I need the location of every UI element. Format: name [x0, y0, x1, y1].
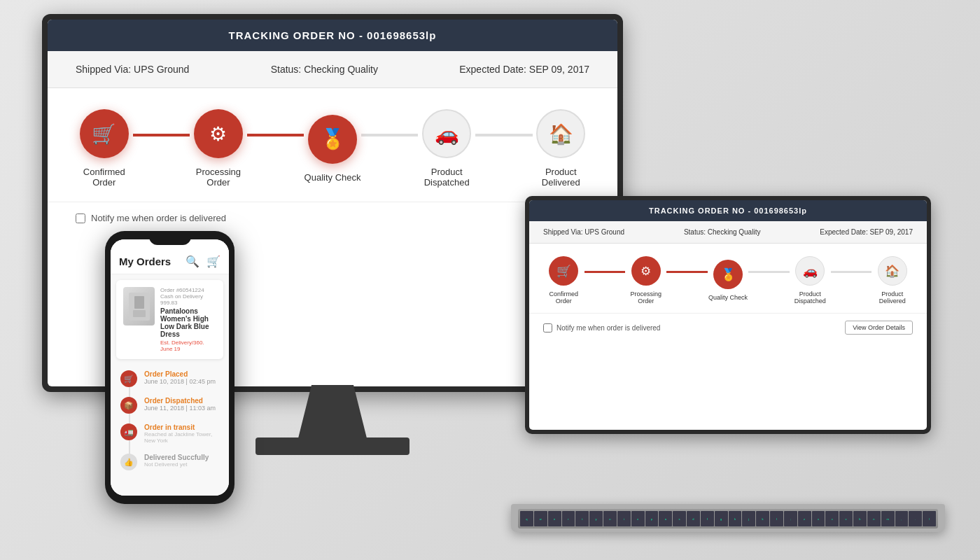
notify-checkbox[interactable]: [76, 214, 85, 223]
key: ,: [895, 511, 909, 526]
key: a: [659, 511, 672, 526]
key: i: [617, 511, 631, 526]
step-delivered: 🏠 Product Delivered: [533, 109, 590, 188]
connector-3: [361, 134, 419, 136]
step-delivered-circle: 🏠: [536, 109, 585, 158]
delivery-date: Est. Delivery/360. June 19: [160, 340, 216, 352]
connector-1: [133, 134, 190, 136]
key: b: [853, 511, 867, 526]
step-dispatched-label: Product Dispatched: [418, 167, 475, 188]
laptop-step-processing: ⚙ Processing Order: [625, 256, 666, 304]
connector-2: [247, 134, 304, 136]
laptop-step-quality-label: Quality Check: [708, 294, 748, 301]
laptop-step-quality: 🏅 Quality Check: [708, 260, 749, 301]
search-icon[interactable]: 🔍: [186, 255, 200, 268]
phone-notch: [149, 231, 191, 245]
key: p: [645, 511, 659, 526]
laptop-connector-2: [666, 271, 708, 273]
my-orders-app: My Orders 🔍 🛒: [111, 239, 229, 496]
key: j: [742, 511, 755, 526]
laptop-status: Status: Checking Quality: [684, 228, 761, 236]
key: x: [812, 511, 825, 526]
laptop-expected-date: Expected Date: SEP 09, 2017: [820, 228, 913, 236]
key: u: [603, 511, 617, 526]
laptop-step-dispatched: 🚗 Product Dispatched: [790, 256, 831, 304]
scene: TRACKING ORDER NO - 001698653lp Shipped …: [0, 0, 980, 560]
laptop-screen: TRACKING ORDER NO - 001698653lp Shipped …: [529, 200, 927, 430]
timeline-desc-3: Reached at Jackline Tower, New York: [144, 431, 219, 444]
laptop-step-delivered: 🏠 Product Delivered: [872, 256, 913, 304]
timeline-content-3: Order in transit Reached at Jackline Tow…: [144, 424, 219, 444]
timeline: 🛒 Order Placed June 10, 2018 | 02:45 pm …: [111, 365, 229, 486]
laptop-step-quality-circle: 🏅: [713, 260, 743, 289]
key: t: [575, 511, 589, 526]
laptop-bezel: TRACKING ORDER NO - 001698653lp Shipped …: [525, 196, 931, 434]
monitor-base: [255, 438, 410, 455]
key: l: [770, 511, 783, 526]
key: .: [909, 511, 922, 526]
step-delivered-label: Product Delivered: [533, 167, 590, 188]
timeline-desc-4: Not Delivered yet: [144, 461, 219, 468]
view-order-details-button[interactable]: View Order Details: [845, 321, 913, 335]
step-processing: ⚙ Processing Order: [190, 109, 247, 188]
timeline-title-1: Order Placed: [144, 370, 219, 378]
laptop-keyboard: q w e r t y u i o p a s d f g h j: [518, 509, 938, 528]
key: s: [673, 511, 686, 526]
timeline-content-4: Delivered Succfully Not Delivered yet: [144, 454, 219, 470]
timeline-dot-4: 👍: [120, 454, 137, 470]
key: w: [534, 511, 547, 526]
timeline-item-dispatched: 📦 Order Dispatched June 11, 2018 | 11:03…: [120, 397, 219, 414]
cart-icon[interactable]: 🛒: [206, 255, 220, 268]
laptop-step-confirmed: 🛒 Confirmed Order: [543, 256, 584, 304]
step-processing-circle: ⚙: [194, 109, 243, 158]
key: g: [715, 511, 728, 526]
laptop-step-confirmed-label: Confirmed Order: [543, 290, 584, 304]
monitor-stand: [298, 385, 368, 441]
laptop-notify-checkbox[interactable]: [543, 323, 552, 332]
timeline-dot-3: 🚛: [120, 424, 137, 440]
desktop-shipped-via: Shipped Via: UPS Ground: [76, 64, 189, 75]
laptop-steps: 🛒 Confirmed Order ⚙ Processing Order 🏅 Q…: [529, 244, 927, 313]
key: d: [687, 511, 700, 526]
laptop-tracking-ui: TRACKING ORDER NO - 001698653lp Shipped …: [529, 200, 927, 430]
mobile-phone: My Orders 🔍 🛒: [105, 231, 234, 504]
notify-label[interactable]: Notify me when order is delivered: [76, 213, 226, 223]
laptop-connector-1: [584, 271, 626, 273]
key: z: [798, 511, 811, 526]
timeline-item-delivered: 👍 Delivered Succfully Not Delivered yet: [120, 454, 219, 470]
laptop-step-processing-label: Processing Order: [625, 290, 666, 304]
product-image: [123, 287, 155, 326]
laptop-body: q w e r t y u i o p a s d f g h j: [511, 504, 945, 532]
laptop-step-processing-circle: ⚙: [631, 256, 661, 286]
timeline-content-2: Order Dispatched June 11, 2018 | 11:03 a…: [144, 397, 219, 414]
step-dispatched-circle: 🚗: [422, 109, 471, 158]
timeline-item-placed: 🛒 Order Placed June 10, 2018 | 02:45 pm: [120, 370, 219, 387]
key: o: [631, 511, 645, 526]
laptop-footer: Notify me when order is delivered View O…: [529, 313, 927, 342]
timeline-date-1: June 10, 2018 | 02:45 pm: [144, 378, 219, 385]
timeline-title-2: Order Dispatched: [144, 397, 219, 405]
key: c: [825, 511, 839, 526]
step-quality-circle: 🏅: [308, 115, 357, 164]
key: q: [520, 511, 533, 526]
laptop-notify-label[interactable]: Notify me when order is delivered: [543, 323, 660, 332]
order-details: Order #60541224 Cash on Delivery 999.83 …: [160, 287, 216, 352]
key: y: [589, 511, 603, 526]
product-name: Pantaloons Women's High Low Dark Blue Dr…: [160, 307, 216, 338]
key: m: [881, 511, 895, 526]
svg-rect-1: [134, 296, 144, 309]
step-quality-label: Quality Check: [304, 172, 361, 183]
step-confirmed-label: Confirmed Order: [76, 167, 133, 188]
order-number: Order #60541224 Cash on Delivery 999.83: [160, 287, 216, 306]
laptop-connector-3: [748, 271, 790, 273]
laptop-connector-4: [831, 271, 872, 273]
step-confirmed: 🛒 Confirmed Order: [76, 109, 133, 188]
key: v: [839, 511, 853, 526]
step-processing-label: Processing Order: [190, 167, 247, 188]
desktop-tracking-header: TRACKING ORDER NO - 001698653lp: [48, 20, 617, 51]
laptop-shipped-via: Shipped Via: UPS Ground: [543, 228, 624, 236]
timeline-title-3: Order in transit: [144, 424, 219, 431]
key: ;: [784, 511, 797, 526]
app-title: My Orders: [119, 255, 171, 267]
order-item-card: Order #60541224 Cash on Delivery 999.83 …: [116, 280, 223, 359]
